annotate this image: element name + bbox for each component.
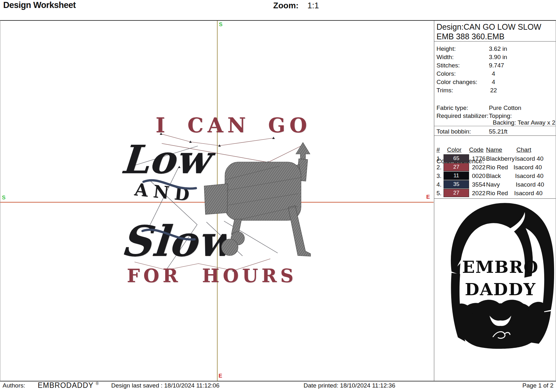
page-title: Design Worksheet [3, 0, 76, 10]
row-chart: Isacord 40 [516, 181, 544, 188]
info-value: 4 [492, 70, 495, 77]
row-num: 4. [436, 181, 442, 188]
design-text-low: Low [120, 136, 212, 182]
row-chart: Isacord 40 [514, 164, 542, 171]
info-label: Colors: [436, 70, 456, 77]
row-name: Blackberry [486, 155, 515, 162]
registered-mark: ® [96, 381, 99, 386]
design-text-i-can-go: I CAN GO [156, 113, 311, 137]
divider [434, 135, 556, 136]
row-num: 5. [436, 190, 442, 197]
authors-label: Authors: [3, 382, 25, 389]
last-saved-text: Design last saved : 18/10/2024 11:12:06 [111, 382, 220, 389]
design-text-for-hours: FOR HOURS [127, 265, 297, 286]
zoom-label: Zoom: [273, 1, 298, 11]
panel-divider [434, 21, 434, 381]
row-code: 2022 [472, 190, 485, 197]
wave-stitch-accents [141, 177, 200, 254]
row-num: 3. [436, 173, 442, 180]
info-value: 4 [492, 79, 495, 86]
col-header-chart: Chart [516, 146, 531, 153]
info-value: 22 [490, 87, 497, 94]
design-title: Design:CAN GO LOW SLOW EMB 388 360.EMB [436, 22, 554, 41]
row-chart: Isacord 40 [515, 155, 544, 162]
design-worksheet-page: Design Worksheet Zoom: 1:1 S E S E [0, 0, 556, 392]
thread-swatch: 65 [444, 154, 469, 163]
logo-text-line2: DADDY [465, 280, 536, 299]
page-number: Page 1 of 2 [522, 382, 553, 389]
date-printed-text: Date printed: 18/10/2024 11:12:36 [304, 382, 395, 389]
info-value: 3.90 in [489, 54, 507, 61]
info-label: Height: [436, 45, 456, 52]
col-header-num: # [436, 146, 440, 153]
grill-smoker-graphic [203, 139, 318, 257]
swatch-number: 27 [453, 190, 459, 196]
worksheet-frame: S E S E [0, 20, 556, 381]
fabric-label: Fabric type: [436, 104, 468, 111]
swatch-number: 27 [453, 164, 459, 170]
thread-swatch: 27 [444, 163, 469, 171]
divider [434, 41, 556, 42]
info-value: 3.62 in [489, 45, 507, 52]
fabric-value: Pure Cotton [489, 104, 521, 111]
row-name: Rio Red [486, 190, 508, 197]
row-name: Rio Red [486, 164, 508, 171]
swatch-number: 65 [453, 155, 459, 161]
row-num: 2. [436, 164, 442, 171]
wheel [221, 239, 238, 256]
authors-brand-name: EMBRODADDY [38, 381, 93, 389]
row-name: Black [486, 173, 501, 180]
chimney-arrow [296, 142, 310, 161]
thread-swatch: 27 [444, 189, 469, 197]
col-header-name: Name [486, 146, 502, 153]
bobbin-label: Total bobbin: [436, 128, 471, 135]
swatch-number: 35 [453, 181, 459, 187]
row-code: 0020 [472, 173, 485, 180]
row-name: Navy [486, 181, 500, 188]
divider [434, 126, 556, 126]
row-chart: Isacord 40 [514, 190, 543, 197]
logo-text-line1: EMBRO [462, 257, 539, 277]
row-code: 2022 [472, 164, 485, 171]
zoom-value: 1:1 [307, 1, 319, 11]
stabilizer-label: Required stabilizer: [436, 112, 489, 119]
swatch-number: 11 [453, 173, 459, 179]
info-label: Stitches: [436, 62, 460, 69]
embrodaddy-logo: EMBRO DADDY [445, 199, 556, 349]
row-code: 1776 [472, 155, 485, 162]
thread-swatch: 11 [444, 172, 469, 180]
info-label: Trims: [436, 87, 453, 94]
row-code: 3554 [472, 181, 485, 188]
col-header-color: Color [447, 146, 461, 153]
info-label: Width: [436, 54, 454, 61]
info-value: 9.747 [489, 62, 504, 69]
thread-swatch: 35 [444, 180, 469, 188]
pellet-hopper [204, 184, 228, 214]
row-chart: Isacord 40 [515, 173, 544, 180]
authors-brand: EMBRODADDY ® [38, 381, 99, 390]
stabilizer-value: Topping: [489, 112, 512, 119]
info-label: Color changes: [436, 79, 477, 86]
row-num: 1. [436, 155, 442, 162]
stabilizer-value-line2: Backing: Tear Away x 2 [493, 119, 555, 126]
bobbin-value: 55.21ft [489, 128, 507, 135]
col-header-code: Code [469, 146, 483, 153]
